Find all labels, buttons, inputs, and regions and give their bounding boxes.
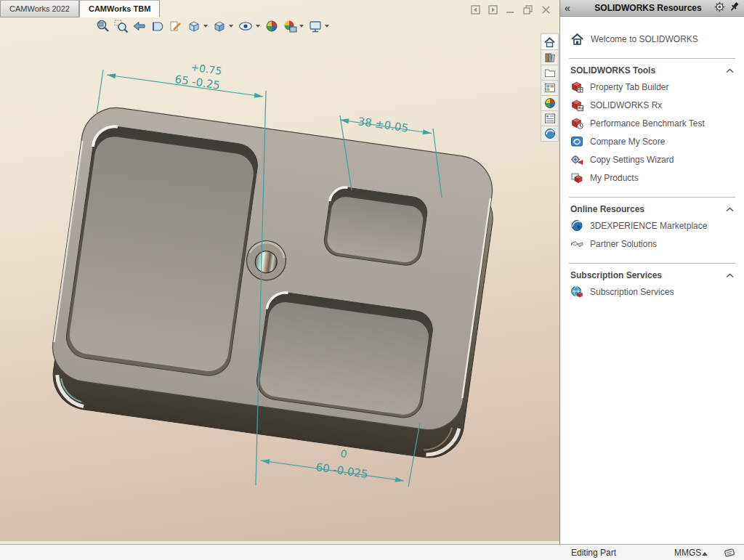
item-label: Property Tab Builder [590, 82, 669, 92]
part-model[interactable] [44, 103, 501, 462]
item-label: 3DEXPERIENCE Marketplace [590, 221, 707, 231]
item-compare-my-score[interactable]: Compare My Score [560, 132, 744, 150]
item-label: SOLIDWORKS Rx [590, 100, 662, 110]
copy-settings-icon [570, 153, 583, 166]
property-tab-builder-icon [570, 81, 583, 93]
tab-solidworks-forum[interactable] [541, 126, 559, 142]
item-solidworks-rx[interactable]: Rx SOLIDWORKS Rx [560, 96, 744, 114]
pin-pane-icon[interactable] [729, 1, 740, 15]
dynamic-annotation-views-button[interactable] [168, 18, 184, 34]
item-label: Partner Solutions [590, 239, 657, 249]
heads-up-toolbar [95, 18, 331, 34]
tab-design-library[interactable] [541, 50, 559, 65]
edit-appearance-button[interactable] [264, 18, 280, 34]
tab-solidworks-resources[interactable] [541, 33, 559, 50]
previous-view-button[interactable] [132, 18, 147, 34]
document-tab-bar: CAMWorks 2022 CAMWorks TBM [0, 0, 160, 17]
task-pane-body: Welcome to SOLIDWORKS SOLIDWORKS Tools P… [560, 17, 744, 301]
restore-icon[interactable] [523, 5, 533, 15]
pocket-bottom[interactable] [254, 291, 434, 421]
tab-camworks-tbm[interactable]: CAMWorks TBM [79, 0, 160, 17]
view-palette-icon [544, 82, 556, 94]
item-my-products[interactable]: My Products [560, 169, 744, 187]
dropdown-caret-icon[interactable] [325, 25, 329, 28]
chevron-up-icon[interactable] [726, 273, 734, 278]
item-label: Performance Benchmark Test [590, 118, 705, 129]
child-window-controls [471, 5, 551, 15]
zoom-to-fit-button[interactable] [95, 18, 111, 34]
forum-swirl-icon [544, 128, 556, 139]
task-pane-title: SOLIDWORKS Resources [582, 3, 714, 13]
svg-text:Rx: Rx [578, 106, 583, 110]
3dexperience-globe-icon [570, 219, 583, 232]
tab-appearances-scenes[interactable] [541, 96, 559, 111]
handshake-icon [570, 238, 583, 250]
item-3dexperience-marketplace[interactable]: 3DEXPERIENCE Marketplace [560, 216, 744, 235]
welcome-label: Welcome to SOLIDWORKS [591, 34, 698, 44]
apply-scene-button[interactable] [282, 18, 305, 34]
folder-icon [544, 67, 556, 78]
home-icon [543, 36, 556, 48]
item-partner-solutions[interactable]: Partner Solutions [560, 235, 744, 253]
tab-label: CAMWorks 2022 [9, 4, 70, 13]
item-label: Compare My Score [590, 137, 665, 147]
benchmark-test-icon [570, 117, 583, 129]
view-settings-button[interactable] [307, 18, 331, 34]
collapse-pane-button[interactable]: « [565, 2, 582, 14]
cad-model-canvas[interactable]: +0.75 65 -0.25 38 ±0.05 0 60 -0.025 [0, 0, 559, 541]
dim-60-value: 60 -0.025 [315, 460, 368, 481]
status-bar: Editing Part MMGS [0, 544, 744, 560]
home-icon [570, 33, 584, 45]
close-icon[interactable] [541, 5, 551, 15]
graphics-viewport[interactable]: +0.75 65 -0.25 38 ±0.05 0 60 -0.025 [0, 0, 559, 541]
dropdown-caret-icon[interactable] [203, 25, 208, 28]
section-header-label: Online Resources [570, 204, 644, 214]
hide-show-items-button[interactable] [237, 18, 262, 34]
next-window-icon[interactable] [488, 5, 498, 15]
chevron-up-icon[interactable] [726, 207, 734, 212]
previous-window-icon[interactable] [471, 5, 480, 15]
my-products-icon [570, 171, 583, 184]
task-pane-tab-strip [541, 33, 559, 142]
units-dropdown-caret-icon[interactable] [702, 552, 708, 556]
chevron-up-icon[interactable] [726, 68, 734, 73]
pocket-small[interactable] [323, 185, 429, 267]
section-online-resources[interactable]: Online Resources [560, 198, 744, 216]
section-solidworks-tools[interactable]: SOLIDWORKS Tools [560, 59, 744, 78]
item-subscription-services[interactable]: Subscription Services [560, 283, 744, 301]
books-icon [544, 52, 556, 63]
section-view-button[interactable] [150, 18, 166, 34]
properties-list-icon [544, 113, 556, 124]
zoom-to-area-button[interactable] [113, 18, 129, 34]
minimize-icon[interactable] [506, 5, 515, 15]
tab-file-explorer[interactable] [541, 65, 559, 81]
options-gear-icon[interactable] [714, 1, 725, 15]
item-property-tab-builder[interactable]: Property Tab Builder [560, 78, 744, 96]
item-copy-settings-wizard[interactable]: Copy Settings Wizard [560, 150, 744, 169]
item-label: My Products [590, 173, 639, 183]
dropdown-caret-icon[interactable] [229, 25, 233, 28]
item-label: Copy Settings Wizard [590, 155, 674, 165]
task-pane-header: « SOLIDWORKS Resources [560, 0, 744, 17]
dropdown-caret-icon[interactable] [299, 25, 304, 28]
section-header-label: SOLIDWORKS Tools [570, 65, 655, 76]
dropdown-caret-icon[interactable] [256, 25, 260, 28]
compare-score-icon [570, 135, 583, 147]
tab-view-palette[interactable] [541, 81, 559, 96]
unit-system-selector[interactable]: MMGS [674, 548, 701, 558]
display-style-button[interactable] [211, 18, 235, 34]
quick-tips-icon[interactable] [724, 547, 736, 560]
dim-65-tolerance-upper: +0.75 [190, 61, 223, 77]
tab-label: CAMWorks TBM [89, 4, 150, 13]
section-subscription-services[interactable]: Subscription Services [560, 264, 744, 283]
task-pane: « SOLIDWORKS Resources Welcome to SOLIDW… [559, 0, 744, 544]
dim-60-tolerance-upper: 0 [340, 447, 348, 460]
tab-custom-properties[interactable] [541, 111, 559, 126]
welcome-to-solidworks-link[interactable]: Welcome to SOLIDWORKS [560, 30, 744, 48]
item-performance-benchmark-test[interactable]: Performance Benchmark Test [560, 114, 744, 132]
solidworks-rx-icon: Rx [570, 99, 583, 111]
view-orientation-button[interactable] [186, 18, 209, 34]
tab-camworks-2022[interactable]: CAMWorks 2022 [0, 0, 79, 17]
appearances-ball-icon [544, 97, 556, 109]
pocket-large[interactable] [64, 123, 261, 378]
